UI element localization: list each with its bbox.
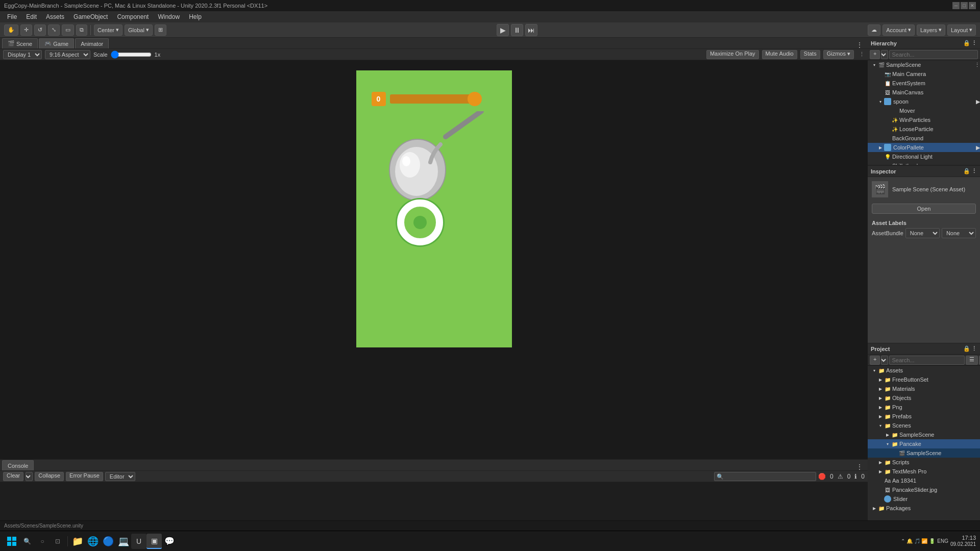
hierarchy-add-btn[interactable]: + — [870, 50, 880, 59]
tab-game[interactable]: 🎮 Game — [39, 38, 74, 48]
account-button[interactable]: Account ▾ — [883, 24, 915, 36]
console-tab-options[interactable]: ⋮ — [853, 463, 866, 470]
maximize-button[interactable]: Maximize On Play — [706, 50, 759, 59]
project-item-materials[interactable]: ▶ 📁 Materials — [868, 384, 980, 393]
menu-window[interactable]: Window — [154, 12, 184, 21]
menu-gameobject[interactable]: GameObject — [69, 12, 112, 21]
collab-button[interactable]: ☁ — [868, 24, 880, 36]
project-item-pancakeslider[interactable]: 🖼 PancakeSlider.jpg — [868, 485, 980, 494]
project-item-slider[interactable]: Slider — [868, 494, 980, 504]
collapse-button[interactable]: Collapse — [35, 472, 64, 481]
hierarchy-lock-icon[interactable]: 🔒 — [963, 40, 970, 46]
hierarchy-item-looseparticle[interactable]: ✨ LooseParticle — [868, 124, 980, 134]
taskbar-explorer[interactable]: 📁 — [70, 534, 85, 549]
hierarchy-item-mover[interactable]: Mover — [868, 106, 980, 115]
hierarchy-item-maincanvas[interactable]: 🖼 MainCanvas — [868, 88, 980, 97]
taskbar-chrome[interactable]: 🔵 — [101, 534, 116, 549]
project-item-textmesh[interactable]: ▶ 📁 TextMesh Pro — [868, 467, 980, 476]
aspect-select[interactable]: 9:16 Aspect — [45, 50, 90, 59]
project-item-assets[interactable]: ▾ 📁 Assets — [868, 366, 980, 375]
game-toolbar-options[interactable]: ⋮ — [859, 51, 865, 58]
pause-button[interactable]: ⏸ — [511, 24, 523, 36]
hierarchy-filter[interactable] — [881, 50, 888, 59]
project-view-icons[interactable]: ☰ — [966, 356, 978, 365]
tool-rotate[interactable]: ↺ — [34, 24, 46, 36]
tool-rect[interactable]: ▭ — [62, 24, 74, 36]
inspector-lock-icon[interactable]: 🔒 — [963, 168, 970, 174]
layout-button[interactable]: Layout ▾ — [947, 24, 976, 36]
layers-button[interactable]: Layers ▾ — [917, 24, 945, 36]
project-item-freebuttonset[interactable]: ▶ 📁 FreeButtonSet — [868, 375, 980, 384]
hierarchy-item-background[interactable]: BackGround — [868, 134, 980, 143]
project-options-icon[interactable]: ⋮ — [971, 345, 977, 352]
hierarchy-item-maincamera[interactable]: 📷 Main Camera — [868, 69, 980, 79]
start-button[interactable] — [4, 534, 19, 549]
tab-bar-options[interactable]: ⋮ — [853, 41, 866, 48]
project-item-png[interactable]: ▶ 📁 Png — [868, 403, 980, 412]
taskbar-edge[interactable]: 🌐 — [85, 534, 101, 549]
inspector-options-icon[interactable]: ⋮ — [971, 168, 977, 174]
hierarchy-item-winparticles[interactable]: ✨ WinParticles — [868, 115, 980, 124]
close-button[interactable]: ✕ — [969, 2, 976, 9]
project-lock-icon[interactable]: 🔒 — [963, 345, 970, 352]
project-item-scripts[interactable]: ▶ 📁 Scripts — [868, 458, 980, 467]
display-select[interactable]: Display 1 — [3, 50, 42, 59]
clear-dropdown[interactable] — [26, 472, 33, 481]
pivot-button[interactable]: Center ▾ — [94, 24, 122, 36]
hierarchy-item-skilletlooker[interactable]: SkilletLooker — [868, 161, 980, 165]
project-item-objects[interactable]: ▶ 📁 Objects — [868, 393, 980, 403]
tool-transform[interactable]: ⧉ — [76, 24, 87, 36]
taskbar-unity-hub[interactable]: U — [131, 534, 146, 549]
project-add-btn[interactable]: + — [870, 356, 880, 365]
menu-help[interactable]: Help — [185, 12, 206, 21]
tool-hand[interactable]: ✋ — [4, 24, 18, 36]
hierarchy-item-directionallight[interactable]: 💡 Directional Light — [868, 152, 980, 161]
stats-button[interactable]: Stats — [800, 50, 820, 59]
editor-dropdown[interactable]: Editor — [105, 472, 135, 481]
project-item-samplescene-folder[interactable]: ▶ 📁 SampleScene — [868, 430, 980, 439]
hierarchy-item-colorpallete[interactable]: ▶ ColorPallete ▶ — [868, 143, 980, 152]
menu-component[interactable]: Component — [113, 12, 153, 21]
tool-scale[interactable]: ⤡ — [48, 24, 60, 36]
open-button[interactable]: Open — [872, 204, 976, 214]
project-item-scenes[interactable]: ▾ 📁 Scenes — [868, 421, 980, 430]
console-search[interactable] — [714, 472, 816, 481]
menu-edit[interactable]: Edit — [22, 12, 41, 21]
taskview-button[interactable]: ⊡ — [50, 534, 65, 549]
project-search[interactable] — [889, 356, 965, 365]
hierarchy-item-spoon[interactable]: ▾ spoon ▶ — [868, 97, 980, 106]
tab-animator[interactable]: Animator — [75, 38, 109, 48]
minimize-button[interactable]: ─ — [952, 2, 960, 9]
hierarchy-options-icon[interactable]: ⋮ — [971, 40, 977, 46]
project-item-prefabs[interactable]: ▶ 📁 Prefabs — [868, 412, 980, 421]
hierarchy-item-options[interactable]: ⋮ — [974, 62, 980, 68]
gizmos-button[interactable]: Gizmos ▾ — [823, 50, 854, 59]
tab-console[interactable]: Console — [2, 460, 34, 470]
menu-file[interactable]: File — [3, 12, 21, 21]
taskbar-vscode[interactable]: 💻 — [116, 534, 131, 549]
restore-button[interactable]: □ — [961, 2, 968, 9]
asset-bundle-variant-select[interactable]: None — [942, 228, 976, 238]
hierarchy-search[interactable] — [889, 50, 978, 59]
taskbar-unity[interactable]: ▣ — [146, 534, 162, 549]
asset-bundle-select[interactable]: None — [905, 228, 940, 238]
hierarchy-item-samplescene[interactable]: ▾ 🎬 SampleScene ⋮ — [868, 60, 980, 69]
project-filter[interactable] — [881, 356, 888, 365]
taskbar-discord[interactable]: 💬 — [162, 534, 177, 549]
project-item-font18341[interactable]: Aa Aa 18341 — [868, 476, 980, 485]
error-pause-button[interactable]: Error Pause — [66, 472, 103, 481]
play-button[interactable]: ▶ — [497, 24, 509, 36]
project-item-pancake[interactable]: ▾ 📁 Pancake — [868, 439, 980, 448]
project-item-samplescene-file[interactable]: 🎬 SampleScene — [868, 448, 980, 458]
clear-button[interactable]: Clear — [3, 472, 23, 481]
scale-slider[interactable] — [111, 51, 152, 59]
project-item-packages[interactable]: ▶ 📁 Packages — [868, 504, 980, 513]
hierarchy-item-eventsystem[interactable]: 📋 EventSystem — [868, 79, 980, 88]
tab-scene[interactable]: 🎬 Scene — [2, 38, 38, 48]
menu-assets[interactable]: Assets — [42, 12, 68, 21]
step-button[interactable]: ⏭ — [525, 24, 537, 36]
cortana-button[interactable]: ○ — [35, 534, 50, 549]
tool-move[interactable]: ✛ — [20, 24, 32, 36]
space-button[interactable]: Global ▾ — [125, 24, 153, 36]
search-button[interactable]: 🔍 — [19, 534, 35, 549]
